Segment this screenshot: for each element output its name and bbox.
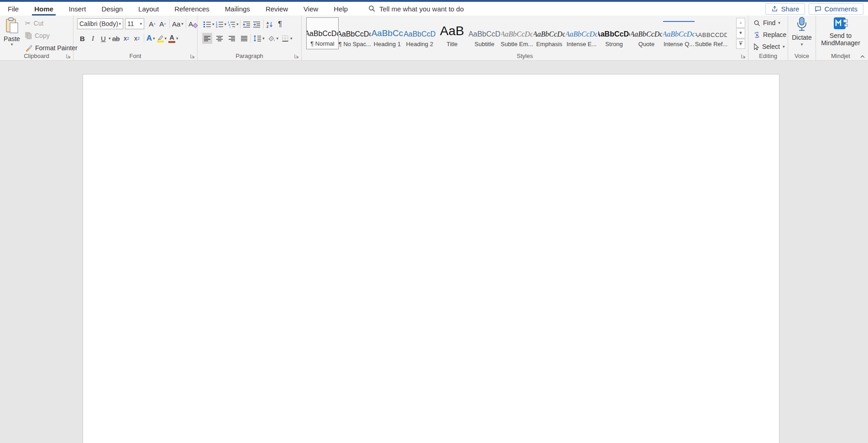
show-formatting-marks-button[interactable]: ¶ xyxy=(275,19,285,30)
style-no-spacing[interactable]: AaBbCcDc ¶ No Spac... xyxy=(339,17,371,49)
style-subtle-reference[interactable]: AABBCCDD Subtle Ref... xyxy=(695,17,727,49)
font-name-combobox[interactable]: Calibri (Body) ▾ xyxy=(77,18,123,29)
borders-dropdown[interactable]: ▾ xyxy=(290,37,293,41)
style-heading-2[interactable]: AaBbCcD Heading 2 xyxy=(403,17,436,49)
clear-formatting-button[interactable]: A xyxy=(188,18,198,29)
change-case-button[interactable]: Aa▾ xyxy=(171,18,184,29)
document-page[interactable] xyxy=(83,74,779,443)
justify-button[interactable] xyxy=(239,33,249,44)
style-emphasis[interactable]: AaBbCcDc Emphasis xyxy=(533,17,565,49)
shading-button[interactable] xyxy=(267,33,277,44)
italic-button[interactable]: I xyxy=(88,33,98,44)
subscript-button[interactable]: x2 xyxy=(121,33,132,44)
bold-button[interactable]: B xyxy=(77,33,88,44)
underline-button[interactable]: U xyxy=(98,33,109,44)
change-case-dropdown[interactable]: ▾ xyxy=(181,22,183,26)
select-button[interactable]: Select ▾ xyxy=(752,42,788,52)
send-to-mindmanager-button[interactable]: Send to MindManager xyxy=(816,16,865,47)
font-group: Calibri (Body) ▾ 11 ▾ A˄ A˅ Aa▾ A B xyxy=(73,16,198,60)
style-intense-emphasis[interactable]: AaBbCcDc Intense E... xyxy=(565,17,598,49)
paste-dropdown[interactable]: ▾ xyxy=(11,42,13,47)
cut-button[interactable]: ✂ Cut xyxy=(24,18,79,28)
menu-tab-mailings[interactable]: Mailings xyxy=(217,2,258,16)
style-preview: AaBbCcDc xyxy=(339,21,371,38)
copy-button[interactable]: Copy xyxy=(24,31,79,41)
clipboard-dialog-launcher[interactable] xyxy=(65,53,71,59)
line-spacing-button[interactable] xyxy=(252,33,262,44)
style-normal[interactable]: AaBbCcDc ¶ Normal xyxy=(306,17,339,49)
comments-button[interactable]: Comments xyxy=(809,3,863,15)
format-painter-icon xyxy=(25,44,32,52)
font-color-dropdown[interactable]: ▾ xyxy=(176,37,178,41)
style-intense-quote[interactable]: AaBbCcDc Intense Q... xyxy=(663,17,695,49)
line-spacing-dropdown[interactable]: ▾ xyxy=(262,37,265,41)
font-size-dropdown[interactable]: ▾ xyxy=(140,22,142,26)
select-icon xyxy=(753,43,759,50)
grow-font-button[interactable]: A˄ xyxy=(147,18,157,29)
style-heading-1[interactable]: AaBbCc Heading 1 xyxy=(371,17,403,49)
style-label: Heading 2 xyxy=(406,41,433,47)
find-dropdown[interactable]: ▾ xyxy=(778,21,780,25)
shrink-font-button[interactable]: A˅ xyxy=(157,18,168,29)
highlight-icon xyxy=(157,35,164,42)
tell-me-search[interactable]: Tell me what you want to do xyxy=(368,5,464,13)
search-icon xyxy=(368,5,376,12)
bullets-button[interactable] xyxy=(202,19,212,30)
paste-icon xyxy=(5,17,19,34)
text-effects-dropdown[interactable]: ▾ xyxy=(153,37,155,41)
align-right-button[interactable] xyxy=(227,33,237,44)
select-dropdown[interactable]: ▾ xyxy=(783,45,785,49)
align-left-button[interactable] xyxy=(202,33,212,44)
superscript-button[interactable]: x2 xyxy=(132,33,142,44)
numbering-button[interactable]: 123 xyxy=(214,19,225,30)
svg-text:3: 3 xyxy=(216,26,217,28)
collapse-ribbon-button[interactable] xyxy=(860,54,865,58)
font-color-button[interactable]: A ▾ xyxy=(167,33,179,44)
strikethrough-button[interactable]: ab xyxy=(111,33,121,44)
font-name-dropdown[interactable]: ▾ xyxy=(119,22,121,26)
menu-tab-insert[interactable]: Insert xyxy=(61,2,94,16)
text-effects-button[interactable]: A▾ xyxy=(146,33,156,44)
style-subtitle[interactable]: AaBbCcD Subtitle xyxy=(468,17,501,49)
style-strong[interactable]: AaBbCcDc Strong xyxy=(598,17,630,49)
style-subtle-emphasis[interactable]: AaBbCcDc Subtle Em... xyxy=(501,17,533,49)
align-center-button[interactable] xyxy=(214,33,225,44)
font-size-value: 11 xyxy=(127,20,134,27)
clipboard-group-label: Clipboard xyxy=(24,53,49,59)
shading-dropdown[interactable]: ▾ xyxy=(277,37,279,41)
multilevel-list-dropdown[interactable]: ▾ xyxy=(236,22,239,26)
copy-icon xyxy=(25,32,32,39)
sort-button[interactable]: AZ xyxy=(265,19,275,30)
menu-tab-help[interactable]: Help xyxy=(326,2,356,16)
menu-tab-review[interactable]: Review xyxy=(258,2,296,16)
highlight-dropdown[interactable]: ▾ xyxy=(165,37,167,41)
increase-indent-button[interactable] xyxy=(252,19,262,30)
menu-tab-layout[interactable]: Layout xyxy=(131,2,167,16)
style-title[interactable]: AaB Title xyxy=(436,17,468,49)
menu-tab-file[interactable]: File xyxy=(0,2,26,16)
share-button[interactable]: Share xyxy=(765,3,805,15)
font-dialog-launcher[interactable] xyxy=(189,53,195,59)
multilevel-list-button[interactable]: 1ai xyxy=(226,19,236,30)
dictate-dropdown[interactable]: ▾ xyxy=(801,42,803,47)
styles-dialog-launcher[interactable] xyxy=(740,53,746,59)
borders-button[interactable] xyxy=(280,33,290,44)
menu-tab-references[interactable]: References xyxy=(167,2,217,16)
replace-button[interactable]: b Replace xyxy=(752,30,788,40)
share-label: Share xyxy=(781,5,799,13)
paragraph-dialog-launcher[interactable] xyxy=(293,53,299,59)
styles-scroll-up-button[interactable]: ▲ xyxy=(736,18,745,28)
styles-gallery-more-button[interactable]: ▼ xyxy=(736,39,745,49)
menu-tab-home[interactable]: Home xyxy=(26,2,61,16)
decrease-indent-button[interactable] xyxy=(242,19,252,30)
highlight-button[interactable]: ▾ xyxy=(156,33,168,44)
styles-scroll-down-button[interactable]: ▼ xyxy=(736,28,745,38)
replace-label: Replace xyxy=(763,31,786,38)
menu-tab-design[interactable]: Design xyxy=(94,2,131,16)
find-button[interactable]: Find ▾ xyxy=(752,18,788,28)
font-size-combobox[interactable]: 11 ▾ xyxy=(125,18,144,29)
menu-tab-view[interactable]: View xyxy=(296,2,326,16)
dictate-button[interactable]: Dictate ▾ xyxy=(788,16,816,47)
font-name-value: Calibri (Body) xyxy=(79,20,118,27)
style-quote[interactable]: AaBbCcDc Quote xyxy=(630,17,663,49)
